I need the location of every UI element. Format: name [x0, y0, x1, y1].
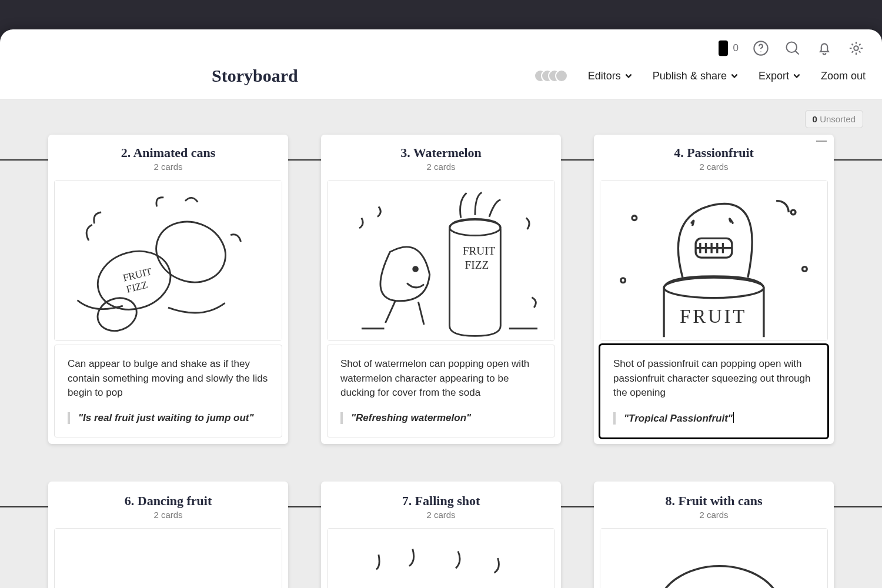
svg-point-12 [449, 220, 500, 236]
sketch-icon: FRUIT FIZZ [328, 181, 554, 340]
export-label: Export [759, 70, 789, 82]
editors-label: Editors [588, 70, 621, 82]
export-dropdown[interactable]: Export [759, 70, 801, 82]
top-icon-bar: 0 [0, 29, 882, 62]
column-animated-cans[interactable]: 2. Animated cans 2 cards [48, 135, 288, 444]
board-row: 6. Dancing fruit 2 cards 7. Falling shot… [0, 482, 882, 588]
sketch-icon: FRUIT [600, 181, 827, 340]
chevron-down-icon [730, 72, 739, 80]
svg-point-4 [787, 42, 797, 53]
publish-label: Publish & share [653, 70, 727, 82]
column-falling-shot[interactable]: 7. Falling shot 2 cards [321, 482, 561, 588]
column-passionfruit[interactable]: 4. Passionfruit 2 cards [594, 135, 834, 444]
unsorted-pill[interactable]: 0 Unsorted [805, 110, 863, 128]
column-card-count: 2 cards [594, 162, 834, 172]
card-quote: "Tropical Passionfruit" [613, 412, 814, 425]
sketch-icon [55, 529, 282, 588]
publish-dropdown[interactable]: Publish & share [653, 70, 739, 82]
zoom-out-button[interactable]: Zoom out [821, 70, 866, 82]
help-icon [753, 40, 769, 56]
board-row: 2. Animated cans 2 cards [0, 135, 882, 482]
column-title: 8. Fruit with cans [594, 493, 834, 509]
column-watermelon[interactable]: 3. Watermelon 2 cards [321, 135, 561, 444]
editor-avatars[interactable] [540, 69, 568, 82]
unsorted-count: 0 [813, 114, 817, 124]
app-window: 0 Storyboard Editors Publish & share [0, 29, 882, 588]
search-button[interactable] [783, 39, 802, 58]
editors-dropdown[interactable]: Editors [588, 70, 633, 82]
svg-point-26 [657, 566, 782, 588]
svg-point-8 [148, 212, 234, 292]
gear-icon [848, 40, 864, 56]
column-fruit-with-cans[interactable]: 8. Fruit with cans 2 cards FRUITFIZZ [594, 482, 834, 588]
column-title: 3. Watermelon [321, 145, 561, 161]
svg-point-16 [664, 278, 764, 298]
card-description[interactable]: Shot of passionfruit can popping open wi… [600, 345, 828, 438]
card-body: Can appear to bulge and shake as if they… [68, 357, 269, 400]
minimize-icon[interactable] [816, 141, 827, 142]
sketch-icon [328, 529, 554, 588]
notifications-button[interactable] [815, 39, 834, 58]
text-cursor [733, 412, 734, 423]
svg-point-20 [791, 210, 796, 215]
column-title: 7. Falling shot [321, 493, 561, 509]
column-card-count: 2 cards [48, 510, 288, 520]
svg-point-19 [621, 278, 626, 283]
card-body: Shot of watermelon can popping open with… [340, 357, 542, 400]
svg-point-9 [93, 293, 141, 336]
board-area: 0 Unsorted 2. Animated cans 2 cards [0, 99, 882, 588]
unsorted-label: Unsorted [820, 114, 856, 124]
mobile-preview-button[interactable]: 0 [717, 39, 739, 57]
search-icon [784, 40, 801, 56]
svg-point-6 [854, 46, 858, 50]
card-image[interactable] [327, 528, 555, 588]
svg-point-13 [413, 267, 418, 272]
svg-text:FRUIT: FRUIT [680, 306, 747, 327]
column-card-count: 2 cards [321, 510, 561, 520]
svg-text:FRUIT: FRUIT [463, 245, 496, 257]
bell-icon [816, 40, 833, 56]
avatar [555, 69, 568, 82]
card-quote: "Refreshing watermelon" [340, 412, 542, 424]
card-description[interactable]: Shot of watermelon can popping open with… [327, 345, 555, 437]
sketch-icon: FRUIT FIZZ [55, 181, 282, 340]
svg-line-5 [796, 51, 799, 55]
page-title: Storyboard [212, 66, 298, 86]
svg-point-3 [760, 51, 761, 52]
card-image[interactable]: FRUITFIZZ [600, 528, 828, 588]
card-image[interactable] [54, 528, 282, 588]
chevron-down-icon [624, 72, 633, 80]
svg-text:FIZZ: FIZZ [465, 259, 489, 271]
header-bar: Storyboard Editors Publish & share Expor… [0, 62, 882, 99]
svg-rect-0 [719, 41, 728, 56]
svg-point-21 [803, 267, 807, 272]
help-button[interactable] [751, 39, 770, 58]
chevron-down-icon [793, 72, 801, 80]
card-description[interactable]: Can appear to bulge and shake as if they… [54, 345, 282, 437]
column-title: 6. Dancing fruit [48, 493, 288, 509]
mobile-count: 0 [733, 42, 739, 54]
sketch-icon: FRUITFIZZ [600, 529, 827, 588]
column-card-count: 2 cards [48, 162, 288, 172]
column-title: 2. Animated cans [48, 145, 288, 161]
column-dancing-fruit[interactable]: 6. Dancing fruit 2 cards [48, 482, 288, 588]
card-image[interactable]: FRUIT FIZZ [54, 180, 282, 341]
settings-button[interactable] [847, 39, 866, 58]
card-quote: "Is real fruit just waiting to jump out" [68, 412, 269, 424]
card-image[interactable]: FRUIT [600, 180, 828, 341]
column-title: 4. Passionfruit [594, 145, 834, 161]
column-card-count: 2 cards [594, 510, 834, 520]
card-body: Shot of passionfruit can popping open wi… [613, 357, 814, 400]
svg-point-18 [632, 216, 637, 220]
card-image[interactable]: FRUIT FIZZ [327, 180, 555, 341]
phone-icon [717, 39, 730, 57]
column-card-count: 2 cards [321, 162, 561, 172]
